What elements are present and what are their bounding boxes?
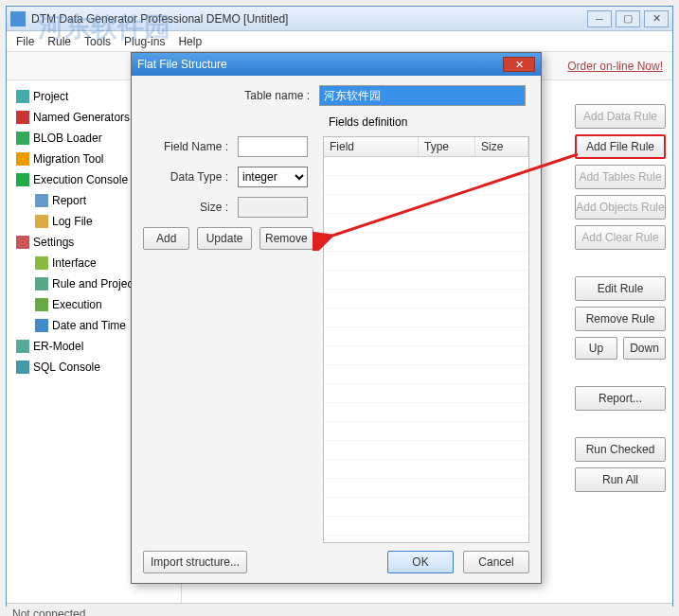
- menubar: File Rule Tools Plug-ins Help: [7, 31, 672, 52]
- tree-icon: [16, 90, 29, 103]
- tree-label: SQL Console: [33, 361, 100, 374]
- dialog-title: Flat File Structure: [137, 58, 503, 71]
- menu-help[interactable]: Help: [178, 35, 202, 48]
- tree-label: Rule and Project: [52, 277, 136, 290]
- size-input[interactable]: [238, 197, 308, 218]
- maximize-button[interactable]: ▢: [616, 10, 640, 27]
- add-data-rule-button[interactable]: Add Data Rule: [575, 104, 666, 129]
- tree-label: Log File: [52, 215, 93, 228]
- add-field-button[interactable]: Add: [143, 227, 189, 250]
- col-field[interactable]: Field: [324, 137, 419, 156]
- fields-table-body[interactable]: [324, 157, 528, 541]
- field-name-input[interactable]: [238, 136, 308, 157]
- fields-definition-label: Fields definition: [329, 115, 529, 129]
- add-tables-rule-button[interactable]: Add Tables Rule: [575, 165, 666, 189]
- app-icon: [10, 11, 26, 26]
- tree-label: Report: [52, 194, 86, 207]
- edit-rule-button[interactable]: Edit Rule: [575, 276, 666, 301]
- tree-label: Project: [33, 90, 68, 103]
- tree-icon: [35, 298, 48, 311]
- window-title: DTM Data Generator Professional DEMO [Un…: [31, 12, 583, 26]
- order-link[interactable]: Order on-line Now!: [567, 60, 663, 73]
- col-type[interactable]: Type: [419, 137, 475, 156]
- data-type-label: Data Type :: [143, 170, 238, 184]
- tree-icon: [16, 132, 29, 145]
- tree-label: Settings: [33, 236, 74, 249]
- tree-icon: [16, 173, 29, 186]
- tree-icon: [16, 152, 29, 166]
- tree-icon: [35, 277, 48, 290]
- status-text: Not connected: [12, 607, 85, 617]
- right-button-panel: Add Data Rule Add File Rule Add Tables R…: [575, 104, 666, 492]
- tree-icon: [16, 340, 29, 353]
- run-checked-button[interactable]: Run Checked: [575, 437, 666, 462]
- titlebar: DTM Data Generator Professional DEMO [Un…: [7, 7, 672, 31]
- table-name-label: Table name :: [143, 89, 319, 102]
- import-structure-button[interactable]: Import structure...: [143, 551, 247, 573]
- tree-icon: [35, 256, 48, 270]
- tree-label: Named Generators: [33, 111, 130, 124]
- report-button[interactable]: Report...: [575, 386, 666, 411]
- flat-file-dialog: Flat File Structure ✕ Table name : Field…: [131, 52, 542, 584]
- size-label: Size :: [143, 201, 238, 214]
- tree-icon: [16, 361, 29, 374]
- tree-icon: [35, 215, 48, 228]
- tree-label: Migration Tool: [33, 152, 103, 166]
- tree-label: BLOB Loader: [33, 132, 102, 145]
- remove-field-button[interactable]: Remove: [259, 227, 313, 250]
- tree-label: Date and Time: [52, 319, 126, 332]
- minimize-button[interactable]: ─: [587, 10, 612, 27]
- tree-label: Execution Console: [33, 173, 128, 186]
- menu-rule[interactable]: Rule: [47, 35, 71, 48]
- dialog-close-button[interactable]: ✕: [503, 57, 535, 72]
- remove-rule-button[interactable]: Remove Rule: [575, 307, 666, 331]
- add-objects-rule-button[interactable]: Add Objects Rule: [575, 195, 666, 220]
- menu-tools[interactable]: Tools: [84, 35, 111, 48]
- tree-icon: [35, 194, 48, 207]
- down-button[interactable]: Down: [623, 337, 666, 360]
- cancel-button[interactable]: Cancel: [463, 551, 529, 573]
- add-clear-rule-button[interactable]: Add Clear Rule: [575, 225, 666, 250]
- menu-file[interactable]: File: [16, 35, 34, 48]
- table-name-input[interactable]: [319, 85, 526, 106]
- tree-icon: [16, 111, 29, 124]
- tree-label: Execution: [52, 298, 102, 311]
- col-size[interactable]: Size: [475, 137, 528, 156]
- close-button[interactable]: ✕: [644, 10, 669, 27]
- tree-icon: [16, 236, 29, 249]
- tree-label: ER-Model: [33, 340, 83, 353]
- data-type-select[interactable]: integer: [238, 167, 308, 187]
- statusbar: Not connected: [7, 603, 672, 616]
- field-name-label: Field Name :: [143, 140, 238, 153]
- dialog-titlebar: Flat File Structure ✕: [132, 53, 541, 76]
- update-field-button[interactable]: Update: [197, 227, 251, 250]
- fields-table: Field Type Size: [323, 136, 529, 543]
- tree-label: Interface: [52, 256, 97, 270]
- ok-button[interactable]: OK: [387, 551, 454, 573]
- add-file-rule-button[interactable]: Add File Rule: [575, 134, 666, 159]
- run-all-button[interactable]: Run All: [575, 467, 666, 492]
- tree-icon: [35, 319, 48, 332]
- up-button[interactable]: Up: [575, 337, 617, 360]
- menu-plugins[interactable]: Plug-ins: [124, 35, 165, 48]
